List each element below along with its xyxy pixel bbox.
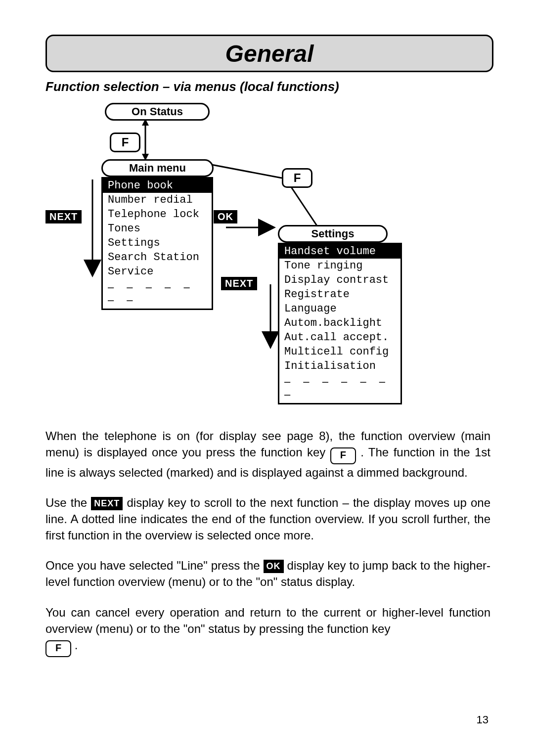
svg-line-4: [288, 182, 317, 226]
main-menu-item[interactable]: Telephone lock: [103, 207, 212, 222]
inline-ok-key-icon: OK: [264, 560, 284, 573]
inline-next-key-icon: NEXT: [91, 497, 123, 510]
paragraph-3: Once you have selected "Line" press the …: [45, 557, 490, 590]
settings-item[interactable]: Handset volume: [279, 244, 400, 259]
banner-title: General: [225, 40, 314, 67]
settings-item[interactable]: Aut.call accept.: [279, 330, 400, 345]
f-key-right[interactable]: F: [282, 168, 312, 188]
settings-item[interactable]: Autom.backlight: [279, 316, 400, 330]
ok-key[interactable]: OK: [214, 210, 237, 223]
settings-label: Settings: [312, 227, 355, 240]
menu-end-dots: – – – – – – –: [279, 373, 400, 403]
main-menu-item[interactable]: Phone book: [103, 178, 212, 193]
paragraph-2: Use the NEXT display key to scroll to th…: [45, 494, 490, 543]
on-status-pill: On Status: [105, 103, 210, 121]
settings-item[interactable]: Multicell config: [279, 345, 400, 359]
paragraph-4: You can cancel every operation and retur…: [45, 604, 490, 657]
menu-end-dots: – – – – – – –: [103, 279, 212, 309]
settings-pill: Settings: [278, 225, 388, 243]
body-text: When the telephone is on (for display se…: [45, 428, 490, 671]
main-menu-item[interactable]: Tones: [103, 222, 212, 236]
main-menu-item[interactable]: Settings: [103, 236, 212, 250]
banner: General: [45, 35, 493, 72]
settings-item[interactable]: Registrate: [279, 287, 400, 302]
settings-item[interactable]: Display contrast: [279, 273, 400, 287]
settings-item[interactable]: Tone ringing: [279, 259, 400, 273]
settings-item[interactable]: Initialisation: [279, 359, 400, 373]
section-title: Function selection – via menus (local fu…: [45, 79, 339, 94]
main-menu-item[interactable]: Search Station: [103, 250, 212, 265]
main-menu-item[interactable]: Service: [103, 265, 212, 279]
f-key-top[interactable]: F: [110, 133, 140, 152]
svg-line-3: [204, 163, 282, 178]
next-key-left[interactable]: NEXT: [45, 210, 82, 223]
settings-list: Handset volumeTone ringingDisplay contra…: [278, 243, 402, 404]
page-number: 13: [477, 713, 489, 726]
inline-f-key-icon-2: F: [45, 640, 71, 657]
main-menu-label: Main menu: [129, 162, 186, 175]
inline-f-key-icon: F: [330, 447, 356, 464]
main-menu-pill: Main menu: [101, 159, 214, 177]
menu-diagram: On Status F Main menu Phone bookNumber r…: [45, 99, 490, 410]
on-status-label: On Status: [132, 105, 183, 118]
main-menu-list: Phone bookNumber redialTelephone lockTon…: [101, 177, 213, 310]
settings-item[interactable]: Language: [279, 302, 400, 316]
main-menu-item[interactable]: Number redial: [103, 193, 212, 207]
paragraph-1: When the telephone is on (for display se…: [45, 428, 490, 481]
next-key-right[interactable]: NEXT: [221, 277, 257, 290]
